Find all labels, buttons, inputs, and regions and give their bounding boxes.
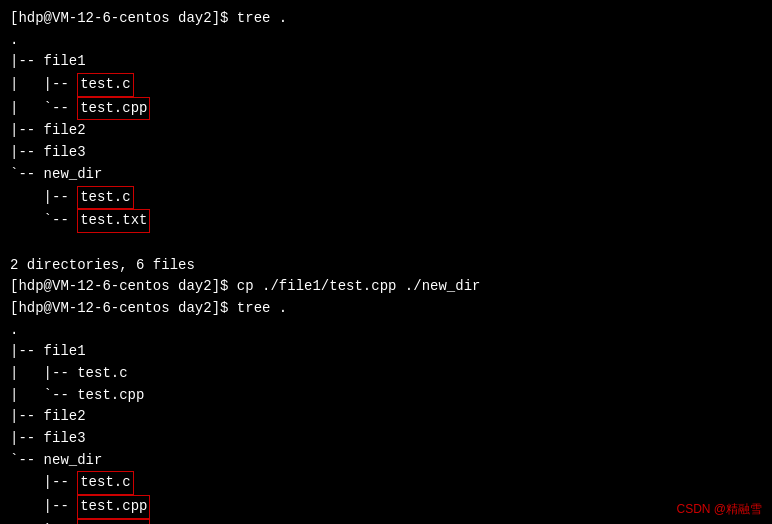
prompt-text: [hdp@VM-12-6-centos day2]$ tree . [10,298,287,320]
highlight-testcpp-2: test.cpp [77,495,150,519]
terminal-line: |-- test.cpp [10,495,762,519]
highlight-testtxt-2: test.txt [77,519,150,524]
terminal-line: |-- file1 [10,341,762,363]
terminal-line: 2 directories, 6 files [10,255,762,277]
output-text: 2 directories, 6 files [10,255,195,277]
terminal-line: [hdp@VM-12-6-centos day2]$ cp ./file1/te… [10,276,762,298]
output-text: | `-- test.cpp [10,385,144,407]
terminal-line: |-- test.c [10,186,762,210]
prompt-text: [hdp@VM-12-6-centos day2]$ cp ./file1/te… [10,276,480,298]
terminal-line: [hdp@VM-12-6-centos day2]$ tree . [10,8,762,30]
terminal-line: `-- new_dir [10,450,762,472]
output-text: |-- file1 [10,341,86,363]
output-text: |-- [10,187,77,209]
output-text: |-- file1 [10,51,86,73]
output-text: |-- file2 [10,406,86,428]
output-text: |-- [10,496,77,518]
output-text: `-- new_dir [10,164,102,186]
output-text: | |-- test.c [10,363,128,385]
highlight-testcpp-1: test.cpp [77,97,150,121]
output-text: . [10,320,18,342]
output-text: `-- [10,520,77,524]
terminal: [hdp@VM-12-6-centos day2]$ tree . . |-- … [0,0,772,524]
terminal-line: . [10,320,762,342]
terminal-line: |-- file3 [10,428,762,450]
watermark-text: CSDN @精融雪 [676,502,762,516]
output-text: `-- [10,210,77,232]
terminal-line: `-- new_dir [10,164,762,186]
highlight-testtxt-1: test.txt [77,209,150,233]
output-text: | |-- [10,74,77,96]
terminal-line: [hdp@VM-12-6-centos day2]$ tree . [10,298,762,320]
watermark: CSDN @精融雪 [676,501,762,518]
output-text: `-- new_dir [10,450,102,472]
output-text: |-- file3 [10,428,86,450]
terminal-line: | |-- test.c [10,363,762,385]
terminal-line: `-- test.txt [10,209,762,233]
prompt-text: [hdp@VM-12-6-centos day2]$ tree . [10,8,287,30]
output-text: | `-- [10,98,77,120]
terminal-line: |-- file2 [10,406,762,428]
highlight-testc-3: test.c [77,471,133,495]
terminal-line: | `-- test.cpp [10,385,762,407]
terminal-line: |-- file3 [10,142,762,164]
terminal-line: |-- file1 [10,51,762,73]
terminal-line: | |-- test.c [10,73,762,97]
highlight-testc-1: test.c [77,73,133,97]
terminal-line: | `-- test.cpp [10,97,762,121]
terminal-line: . [10,30,762,52]
output-text: . [10,30,18,52]
output-text: |-- [10,472,77,494]
terminal-line: |-- test.c [10,471,762,495]
empty-line [10,233,762,255]
terminal-line: |-- file2 [10,120,762,142]
highlight-testc-2: test.c [77,186,133,210]
output-text: |-- file2 [10,120,86,142]
terminal-line: `-- test.txt [10,519,762,524]
output-text: |-- file3 [10,142,86,164]
